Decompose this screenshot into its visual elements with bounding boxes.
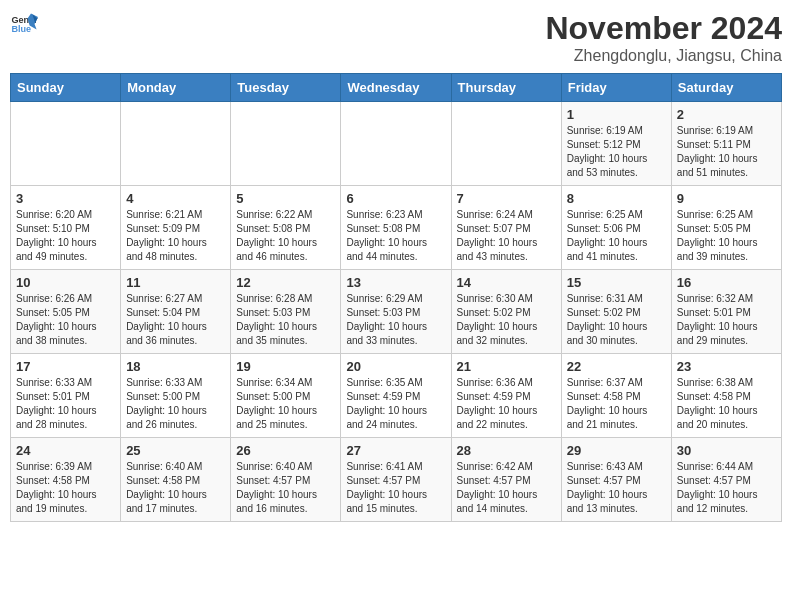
day-number: 26 — [236, 443, 335, 458]
calendar-week-2: 3Sunrise: 6:20 AMSunset: 5:10 PMDaylight… — [11, 186, 782, 270]
calendar-cell: 30Sunrise: 6:44 AMSunset: 4:57 PMDayligh… — [671, 438, 781, 522]
day-info: Sunrise: 6:20 AMSunset: 5:10 PMDaylight:… — [16, 208, 115, 264]
day-number: 15 — [567, 275, 666, 290]
day-number: 11 — [126, 275, 225, 290]
day-number: 28 — [457, 443, 556, 458]
day-number: 29 — [567, 443, 666, 458]
title-area: November 2024 Zhengdonglu, Jiangsu, Chin… — [545, 10, 782, 65]
day-info: Sunrise: 6:41 AMSunset: 4:57 PMDaylight:… — [346, 460, 445, 516]
weekday-header-row: SundayMondayTuesdayWednesdayThursdayFrid… — [11, 74, 782, 102]
calendar-cell: 21Sunrise: 6:36 AMSunset: 4:59 PMDayligh… — [451, 354, 561, 438]
day-info: Sunrise: 6:25 AMSunset: 5:06 PMDaylight:… — [567, 208, 666, 264]
day-info: Sunrise: 6:33 AMSunset: 5:00 PMDaylight:… — [126, 376, 225, 432]
calendar-cell: 14Sunrise: 6:30 AMSunset: 5:02 PMDayligh… — [451, 270, 561, 354]
calendar-cell: 22Sunrise: 6:37 AMSunset: 4:58 PMDayligh… — [561, 354, 671, 438]
calendar-cell: 29Sunrise: 6:43 AMSunset: 4:57 PMDayligh… — [561, 438, 671, 522]
calendar-cell: 19Sunrise: 6:34 AMSunset: 5:00 PMDayligh… — [231, 354, 341, 438]
day-number: 4 — [126, 191, 225, 206]
day-info: Sunrise: 6:30 AMSunset: 5:02 PMDaylight:… — [457, 292, 556, 348]
calendar-cell: 1Sunrise: 6:19 AMSunset: 5:12 PMDaylight… — [561, 102, 671, 186]
calendar-cell: 4Sunrise: 6:21 AMSunset: 5:09 PMDaylight… — [121, 186, 231, 270]
day-info: Sunrise: 6:35 AMSunset: 4:59 PMDaylight:… — [346, 376, 445, 432]
day-number: 17 — [16, 359, 115, 374]
day-number: 20 — [346, 359, 445, 374]
calendar-cell: 5Sunrise: 6:22 AMSunset: 5:08 PMDaylight… — [231, 186, 341, 270]
day-number: 16 — [677, 275, 776, 290]
day-info: Sunrise: 6:38 AMSunset: 4:58 PMDaylight:… — [677, 376, 776, 432]
day-number: 6 — [346, 191, 445, 206]
calendar-cell: 20Sunrise: 6:35 AMSunset: 4:59 PMDayligh… — [341, 354, 451, 438]
calendar-cell — [451, 102, 561, 186]
calendar-cell: 23Sunrise: 6:38 AMSunset: 4:58 PMDayligh… — [671, 354, 781, 438]
weekday-header-saturday: Saturday — [671, 74, 781, 102]
day-info: Sunrise: 6:24 AMSunset: 5:07 PMDaylight:… — [457, 208, 556, 264]
day-number: 23 — [677, 359, 776, 374]
calendar-cell: 18Sunrise: 6:33 AMSunset: 5:00 PMDayligh… — [121, 354, 231, 438]
calendar-table: SundayMondayTuesdayWednesdayThursdayFrid… — [10, 73, 782, 522]
day-info: Sunrise: 6:36 AMSunset: 4:59 PMDaylight:… — [457, 376, 556, 432]
day-info: Sunrise: 6:44 AMSunset: 4:57 PMDaylight:… — [677, 460, 776, 516]
calendar-week-3: 10Sunrise: 6:26 AMSunset: 5:05 PMDayligh… — [11, 270, 782, 354]
day-info: Sunrise: 6:34 AMSunset: 5:00 PMDaylight:… — [236, 376, 335, 432]
logo-icon: General Blue — [10, 10, 38, 38]
calendar-cell: 7Sunrise: 6:24 AMSunset: 5:07 PMDaylight… — [451, 186, 561, 270]
day-number: 22 — [567, 359, 666, 374]
calendar-cell — [341, 102, 451, 186]
calendar-cell: 8Sunrise: 6:25 AMSunset: 5:06 PMDaylight… — [561, 186, 671, 270]
day-number: 9 — [677, 191, 776, 206]
month-title: November 2024 — [545, 10, 782, 47]
calendar-cell: 27Sunrise: 6:41 AMSunset: 4:57 PMDayligh… — [341, 438, 451, 522]
calendar-cell: 10Sunrise: 6:26 AMSunset: 5:05 PMDayligh… — [11, 270, 121, 354]
calendar-week-1: 1Sunrise: 6:19 AMSunset: 5:12 PMDaylight… — [11, 102, 782, 186]
day-number: 1 — [567, 107, 666, 122]
weekday-header-tuesday: Tuesday — [231, 74, 341, 102]
calendar-cell: 15Sunrise: 6:31 AMSunset: 5:02 PMDayligh… — [561, 270, 671, 354]
calendar-cell — [231, 102, 341, 186]
weekday-header-wednesday: Wednesday — [341, 74, 451, 102]
calendar-cell: 6Sunrise: 6:23 AMSunset: 5:08 PMDaylight… — [341, 186, 451, 270]
weekday-header-friday: Friday — [561, 74, 671, 102]
day-number: 19 — [236, 359, 335, 374]
weekday-header-sunday: Sunday — [11, 74, 121, 102]
day-info: Sunrise: 6:31 AMSunset: 5:02 PMDaylight:… — [567, 292, 666, 348]
calendar-cell: 11Sunrise: 6:27 AMSunset: 5:04 PMDayligh… — [121, 270, 231, 354]
day-number: 21 — [457, 359, 556, 374]
day-number: 7 — [457, 191, 556, 206]
day-info: Sunrise: 6:22 AMSunset: 5:08 PMDaylight:… — [236, 208, 335, 264]
day-info: Sunrise: 6:28 AMSunset: 5:03 PMDaylight:… — [236, 292, 335, 348]
day-info: Sunrise: 6:26 AMSunset: 5:05 PMDaylight:… — [16, 292, 115, 348]
day-info: Sunrise: 6:19 AMSunset: 5:12 PMDaylight:… — [567, 124, 666, 180]
day-number: 12 — [236, 275, 335, 290]
calendar-cell: 9Sunrise: 6:25 AMSunset: 5:05 PMDaylight… — [671, 186, 781, 270]
svg-text:Blue: Blue — [11, 24, 31, 34]
day-info: Sunrise: 6:40 AMSunset: 4:58 PMDaylight:… — [126, 460, 225, 516]
calendar-week-4: 17Sunrise: 6:33 AMSunset: 5:01 PMDayligh… — [11, 354, 782, 438]
logo: General Blue — [10, 10, 38, 38]
day-info: Sunrise: 6:19 AMSunset: 5:11 PMDaylight:… — [677, 124, 776, 180]
day-number: 27 — [346, 443, 445, 458]
day-info: Sunrise: 6:25 AMSunset: 5:05 PMDaylight:… — [677, 208, 776, 264]
day-info: Sunrise: 6:40 AMSunset: 4:57 PMDaylight:… — [236, 460, 335, 516]
calendar-cell: 3Sunrise: 6:20 AMSunset: 5:10 PMDaylight… — [11, 186, 121, 270]
calendar-cell — [11, 102, 121, 186]
day-number: 30 — [677, 443, 776, 458]
day-number: 2 — [677, 107, 776, 122]
day-info: Sunrise: 6:33 AMSunset: 5:01 PMDaylight:… — [16, 376, 115, 432]
day-number: 13 — [346, 275, 445, 290]
day-info: Sunrise: 6:43 AMSunset: 4:57 PMDaylight:… — [567, 460, 666, 516]
calendar-cell: 16Sunrise: 6:32 AMSunset: 5:01 PMDayligh… — [671, 270, 781, 354]
calendar-week-5: 24Sunrise: 6:39 AMSunset: 4:58 PMDayligh… — [11, 438, 782, 522]
calendar-cell: 13Sunrise: 6:29 AMSunset: 5:03 PMDayligh… — [341, 270, 451, 354]
day-number: 25 — [126, 443, 225, 458]
calendar-cell: 2Sunrise: 6:19 AMSunset: 5:11 PMDaylight… — [671, 102, 781, 186]
weekday-header-monday: Monday — [121, 74, 231, 102]
weekday-header-thursday: Thursday — [451, 74, 561, 102]
day-info: Sunrise: 6:32 AMSunset: 5:01 PMDaylight:… — [677, 292, 776, 348]
day-info: Sunrise: 6:37 AMSunset: 4:58 PMDaylight:… — [567, 376, 666, 432]
page-header: General Blue November 2024 Zhengdonglu, … — [10, 10, 782, 65]
calendar-cell: 24Sunrise: 6:39 AMSunset: 4:58 PMDayligh… — [11, 438, 121, 522]
calendar-cell: 25Sunrise: 6:40 AMSunset: 4:58 PMDayligh… — [121, 438, 231, 522]
day-number: 10 — [16, 275, 115, 290]
calendar-cell: 28Sunrise: 6:42 AMSunset: 4:57 PMDayligh… — [451, 438, 561, 522]
calendar-cell: 12Sunrise: 6:28 AMSunset: 5:03 PMDayligh… — [231, 270, 341, 354]
